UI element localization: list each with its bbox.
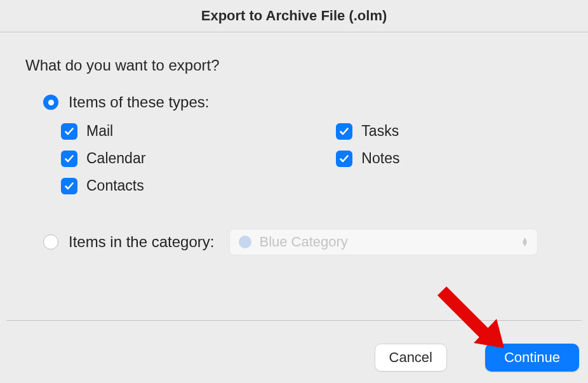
checkbox-label-calendar: Calendar bbox=[86, 150, 145, 167]
footer-divider bbox=[6, 320, 582, 321]
check-icon bbox=[61, 178, 77, 194]
check-icon bbox=[336, 151, 352, 167]
types-checkbox-grid: Mail Calendar Contacts Tasks bbox=[61, 123, 563, 194]
checkbox-label-mail: Mail bbox=[86, 123, 113, 140]
checkbox-notes[interactable]: Notes bbox=[336, 150, 399, 167]
checkbox-mail[interactable]: Mail bbox=[61, 123, 145, 140]
check-icon bbox=[61, 151, 77, 167]
check-icon bbox=[61, 123, 77, 140]
chevron-updown-icon: ▲▼ bbox=[521, 238, 529, 246]
checkbox-label-contacts: Contacts bbox=[86, 177, 144, 194]
radio-icon-unselected bbox=[43, 234, 58, 250]
checkbox-calendar[interactable]: Calendar bbox=[61, 150, 145, 167]
radio-items-of-types[interactable]: Items of these types: bbox=[43, 93, 563, 111]
radio-label-category: Items in the category: bbox=[69, 233, 214, 251]
checkbox-contacts[interactable]: Contacts bbox=[61, 177, 145, 194]
dialog-footer: Cancel Continue bbox=[375, 344, 579, 372]
types-col-right: Tasks Notes bbox=[336, 123, 399, 194]
checkbox-label-notes: Notes bbox=[361, 150, 399, 167]
check-icon bbox=[336, 123, 352, 140]
dialog-content: What do you want to export? Items of the… bbox=[0, 32, 588, 262]
radio-items-in-category[interactable]: Items in the category: Blue Category ▲▼ bbox=[43, 229, 563, 255]
dialog-title: Export to Archive File (.olm) bbox=[0, 0, 588, 32]
checkbox-label-tasks: Tasks bbox=[361, 123, 399, 140]
svg-line-1 bbox=[442, 291, 485, 334]
category-select-value: Blue Category bbox=[259, 234, 521, 250]
radio-icon-selected bbox=[43, 95, 58, 110]
category-color-swatch bbox=[239, 236, 251, 248]
radio-label-types: Items of these types: bbox=[69, 93, 209, 111]
export-prompt: What do you want to export? bbox=[25, 57, 563, 74]
cancel-button-label: Cancel bbox=[389, 349, 432, 366]
continue-button[interactable]: Continue bbox=[485, 344, 579, 372]
types-col-left: Mail Calendar Contacts bbox=[61, 123, 145, 194]
continue-button-label: Continue bbox=[504, 349, 560, 366]
checkbox-tasks[interactable]: Tasks bbox=[336, 123, 399, 140]
cancel-button[interactable]: Cancel bbox=[375, 344, 447, 372]
dialog-title-text: Export to Archive File (.olm) bbox=[201, 8, 387, 24]
category-select[interactable]: Blue Category ▲▼ bbox=[229, 229, 538, 255]
